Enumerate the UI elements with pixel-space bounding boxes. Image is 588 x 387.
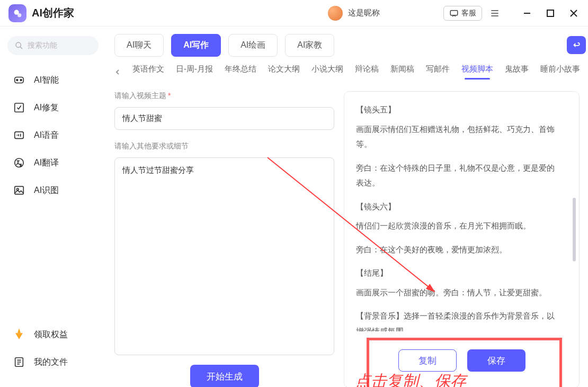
- sidebar-item-ai-translate[interactable]: AI翻译: [7, 151, 99, 175]
- details-textarea[interactable]: [114, 157, 334, 355]
- support-label: 客服: [461, 8, 476, 18]
- sidebar-item-rewards[interactable]: 领取权益: [7, 322, 99, 347]
- svg-rect-8: [15, 103, 24, 112]
- topic-input[interactable]: [114, 107, 334, 130]
- support-button[interactable]: 客服: [443, 6, 482, 21]
- return-button[interactable]: [567, 36, 586, 54]
- svg-point-7: [20, 80, 22, 81]
- sub-tab-email[interactable]: 写邮件: [426, 64, 450, 80]
- save-button[interactable]: 保存: [467, 349, 525, 372]
- avatar: [328, 6, 343, 21]
- output-panel: 【镜头五】 画面展示情侣们互相赠送礼物，包括鲜花、巧克力、首饰等。 旁白：在这个…: [344, 91, 580, 387]
- annotation-box: [367, 338, 562, 387]
- output-text[interactable]: 【镜头五】 画面展示情侣们互相赠送礼物，包括鲜花、巧克力、首饰等。 旁白：在这个…: [356, 102, 567, 331]
- search-placeholder: 搜索功能: [28, 41, 57, 50]
- copy-button[interactable]: 复制: [398, 349, 457, 372]
- generate-button[interactable]: 开始生成: [190, 365, 259, 387]
- sidebar-item-ai-voice[interactable]: AI语音: [7, 123, 99, 147]
- sub-tab-novel[interactable]: 小说大纲: [311, 64, 343, 80]
- sidebar-item-ai-repair[interactable]: AI修复: [7, 95, 99, 120]
- sub-tab-english[interactable]: 英语作文: [132, 64, 164, 80]
- tab-ai-chat[interactable]: AI聊天: [114, 34, 164, 57]
- sub-tab-video-script[interactable]: 视频脚本: [461, 64, 493, 80]
- maximize-button[interactable]: [545, 7, 556, 19]
- sidebar-item-ai-image[interactable]: AI识图: [7, 178, 99, 203]
- output-actions: 复制 保存: [356, 341, 567, 377]
- image-icon: [13, 184, 25, 197]
- app-logo-icon: [8, 4, 26, 22]
- sidebar: 搜索功能 AI智能 AI修复 AI语音 AI翻译 AI识图: [0, 27, 106, 387]
- sub-tab-debate[interactable]: 辩论稿: [355, 64, 379, 80]
- input-panel: 请输入视频主题* 请输入其他要求或细节 开始生成: [114, 91, 334, 387]
- menu-icon[interactable]: [489, 8, 500, 19]
- svg-point-1: [17, 13, 21, 17]
- svg-point-4: [16, 42, 21, 47]
- voice-icon: [13, 129, 25, 142]
- main-area: AI聊天 AI写作 AI绘画 AI家教 英语作文 日-周-月报 年终总结 论文大…: [106, 27, 588, 387]
- svg-rect-11: [15, 187, 24, 195]
- sub-tab-year[interactable]: 年终总结: [225, 64, 256, 80]
- sub-tabs-prev[interactable]: [114, 67, 121, 77]
- svg-rect-9: [15, 132, 24, 139]
- sub-tab-bedtime[interactable]: 睡前小故事: [540, 64, 580, 80]
- svg-rect-2: [450, 10, 458, 15]
- svg-point-6: [16, 80, 18, 81]
- search-input[interactable]: 搜索功能: [7, 36, 99, 55]
- svg-rect-3: [547, 10, 554, 16]
- output-scrollbar[interactable]: [573, 198, 576, 261]
- app-title: AI创作家: [32, 6, 74, 20]
- sidebar-item-ai-smart[interactable]: AI智能: [7, 68, 99, 92]
- tab-ai-tutor[interactable]: AI家教: [285, 34, 334, 57]
- top-tabs: AI聊天 AI写作 AI绘画 AI家教: [114, 34, 580, 57]
- sub-tab-ghost[interactable]: 鬼故事: [505, 64, 529, 80]
- details-label: 请输入其他要求或细节: [114, 142, 334, 151]
- gift-icon: [13, 328, 25, 341]
- sidebar-item-myfiles[interactable]: 我的文件: [7, 350, 99, 374]
- sub-tabs: 英语作文 日-周-月报 年终总结 论文大纲 小说大纲 辩论稿 新闻稿 写邮件 视…: [114, 64, 580, 80]
- close-button[interactable]: [568, 7, 580, 19]
- repair-icon: [13, 101, 25, 114]
- topic-label: 请输入视频主题*: [114, 91, 334, 101]
- title-bar: AI创作家 这是昵称 客服: [0, 0, 588, 27]
- sub-tab-news[interactable]: 新闻稿: [390, 64, 414, 80]
- user-area[interactable]: 这是昵称: [328, 6, 380, 21]
- files-icon: [13, 356, 25, 368]
- translate-icon: [13, 156, 25, 169]
- smart-icon: [13, 74, 25, 86]
- tab-ai-write[interactable]: AI写作: [171, 34, 221, 57]
- sub-tab-thesis[interactable]: 论文大纲: [268, 64, 300, 80]
- sub-tab-report[interactable]: 日-周-月报: [176, 64, 213, 80]
- minimize-button[interactable]: [521, 7, 533, 19]
- tab-ai-draw[interactable]: AI绘画: [228, 34, 278, 57]
- nickname: 这是昵称: [348, 8, 380, 18]
